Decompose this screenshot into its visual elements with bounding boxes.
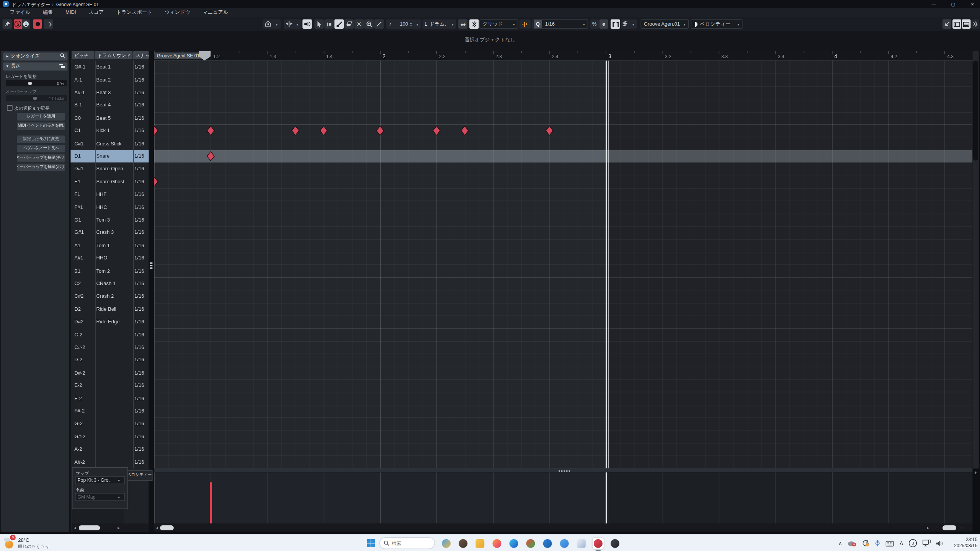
drum-row-snap[interactable]: 1/16: [134, 408, 144, 414]
drum-row-snap[interactable]: 1/16: [134, 255, 144, 261]
drum-row-F#-2[interactable]: F#-21/16: [70, 405, 149, 417]
part-select[interactable]: Groove Agen.01 ▼: [640, 20, 689, 29]
snap-mode-select[interactable]: グリッド ▼: [479, 20, 518, 29]
quantize-q-icon[interactable]: Q: [534, 20, 542, 28]
drum-row-snap[interactable]: 1/16: [134, 179, 144, 184]
taskbar-app-mail-app[interactable]: [559, 538, 570, 549]
scroll-right-icon[interactable]: ►: [116, 526, 122, 530]
vertical-zoom-plus[interactable]: +: [972, 469, 978, 477]
legato-slider[interactable]: 0 %: [6, 80, 67, 86]
drum-row-D#1[interactable]: D#1Snare Open1/16: [70, 163, 149, 175]
drum-row-A#1[interactable]: A#1HHO1/16: [70, 252, 149, 264]
drum-row-snap[interactable]: 1/16: [134, 281, 144, 287]
sync-icon[interactable]: [862, 538, 870, 549]
taskbar-app-notepad-app[interactable]: [576, 538, 587, 549]
quantize-value[interactable]: 1/16: [542, 21, 580, 27]
taskbar-app-firefox[interactable]: [491, 538, 502, 549]
panel-button-3[interactable]: ペダルをノート長へ: [17, 145, 65, 152]
speaker-icon[interactable]: [936, 538, 944, 549]
drum-note-C1-4[interactable]: [376, 126, 384, 135]
search-box[interactable]: 検索: [379, 537, 435, 549]
drum-row-snap[interactable]: 1/16: [134, 217, 144, 223]
microphone-icon[interactable]: [875, 538, 880, 549]
drum-row-snap[interactable]: 1/16: [134, 128, 144, 134]
velocity-bar[interactable]: [210, 483, 212, 523]
drum-row-B1[interactable]: B1Tom 21/16: [70, 264, 149, 277]
insert-velocity-group[interactable]: ♪ 100 ▲▼ ▼: [386, 20, 421, 29]
drum-row-D#-2[interactable]: D#-21/16: [70, 367, 149, 379]
map-select[interactable]: Pop Kit 3 - Gro. ▼: [75, 476, 125, 484]
part-borders-icon[interactable]: [611, 20, 620, 29]
onedrive-error-icon[interactable]: [848, 538, 856, 549]
timeline-ruler[interactable]: Groove Agent SE 01 1.21.31.422.22.32.433…: [154, 51, 973, 60]
weather-desc[interactable]: 晴れのちくもり: [18, 543, 49, 549]
hzoom-plus[interactable]: +: [959, 526, 965, 530]
panel-button-1[interactable]: MIDI イベントの長さを固.: [17, 122, 65, 130]
quantize-group[interactable]: Q 1/16 ▼: [532, 20, 588, 29]
clock[interactable]: 23:15 2025/08/15: [954, 536, 977, 549]
horizontal-scrollbar-thumb[interactable]: [160, 525, 174, 530]
vertical-scrollbar-thumb[interactable]: [973, 60, 978, 160]
extend-to-next-checkbox[interactable]: [7, 105, 13, 111]
drum-note-C1-7[interactable]: [546, 126, 554, 135]
drum-row-snap[interactable]: 1/16: [134, 447, 144, 452]
taskbar-app-widgets-app[interactable]: [441, 538, 452, 549]
taskbar-app-outlook[interactable]: [542, 538, 553, 549]
scroll-right-icon[interactable]: ►: [925, 526, 931, 530]
quantize-panel-icon[interactable]: e: [599, 20, 608, 29]
drum-row-E1[interactable]: E1Snare Ghost1/16: [70, 175, 149, 188]
drum-row-snap[interactable]: 1/16: [134, 103, 144, 108]
drum-row-snap[interactable]: 1/16: [134, 396, 144, 401]
start-button[interactable]: [365, 538, 376, 549]
acoustic-feedback-speaker-icon[interactable]: [302, 20, 312, 29]
drum-row-F-2[interactable]: F-21/16: [70, 392, 149, 404]
panel-button-0[interactable]: レガートを適用: [17, 113, 65, 121]
drum-row-snap[interactable]: 1/16: [134, 370, 144, 376]
setup-gear-icon[interactable]: [971, 20, 979, 29]
drum-row-snap[interactable]: 1/16: [134, 357, 144, 363]
section-length[interactable]: ▼ 長さ: [3, 62, 67, 70]
taskbar-app-cubase[interactable]: [593, 538, 604, 549]
acoustic-feedback-icon[interactable]: [44, 20, 53, 29]
drum-row-G#1[interactable]: G#1Crash 31/16: [70, 226, 149, 239]
standalone-window-icon[interactable]: [942, 20, 951, 29]
list-scrollbar-thumb[interactable]: [79, 525, 100, 530]
maximize-button[interactable]: ▢: [948, 0, 958, 8]
drum-row-snap[interactable]: 1/16: [134, 204, 144, 210]
auto-select-controller-group[interactable]: ▼: [263, 20, 281, 29]
drum-row-D1[interactable]: D1Snare1/16: [70, 150, 149, 163]
taskbar-app-edge[interactable]: [508, 538, 519, 549]
drum-row-snap[interactable]: 1/16: [134, 293, 144, 299]
controller-lane-select[interactable]: ベロシティー: [124, 470, 152, 481]
snap-toggle[interactable]: [469, 20, 479, 29]
scroll-left-icon[interactable]: ◄: [72, 526, 78, 530]
menu-item-0[interactable]: ファイル: [4, 8, 37, 17]
drum-row-C1[interactable]: C1Kick 11/16: [70, 124, 149, 137]
lower-zone-toggle[interactable]: [962, 20, 971, 29]
weather-temp[interactable]: 28°C: [18, 537, 29, 543]
menu-item-6[interactable]: マニュアル: [196, 8, 234, 17]
horizontal-scrollbar[interactable]: ◄ ► − +: [154, 523, 973, 531]
edit-active-part-group[interactable]: ▼: [621, 20, 637, 29]
lane-splitter[interactable]: [154, 468, 973, 472]
drum-row-snap[interactable]: 1/16: [134, 77, 144, 83]
drum-row-snap[interactable]: 1/16: [134, 64, 144, 70]
column-separator[interactable]: [95, 60, 95, 468]
splitter-drag-handle[interactable]: [559, 470, 560, 471]
drum-row-C2[interactable]: C2CRash 11/16: [70, 277, 149, 290]
taskbar-app-chrome[interactable]: [525, 538, 536, 549]
panel-button-2[interactable]: 設定した長さに変更: [17, 135, 65, 143]
drum-row-C0[interactable]: C0Beat 51/16: [70, 112, 149, 124]
drum-row-snap[interactable]: 1/16: [134, 383, 144, 388]
drum-note-E1-0[interactable]: [154, 177, 158, 187]
drum-row-snap[interactable]: 1/16: [134, 230, 144, 236]
overlap-slider[interactable]: 44 Ticks: [6, 95, 67, 101]
note-grid[interactable]: [154, 60, 973, 468]
menu-item-4[interactable]: トランスポート: [110, 8, 158, 17]
left-zone-toggle[interactable]: [952, 20, 961, 29]
eraser-tool[interactable]: [345, 20, 354, 29]
section-quantize[interactable]: ► クオンタイズ: [3, 52, 67, 60]
drum-row-C#2[interactable]: C#2Crash 21/16: [70, 290, 149, 303]
solo-button[interactable]: S: [14, 20, 22, 29]
drum-row-E-2[interactable]: E-21/16: [70, 379, 149, 392]
